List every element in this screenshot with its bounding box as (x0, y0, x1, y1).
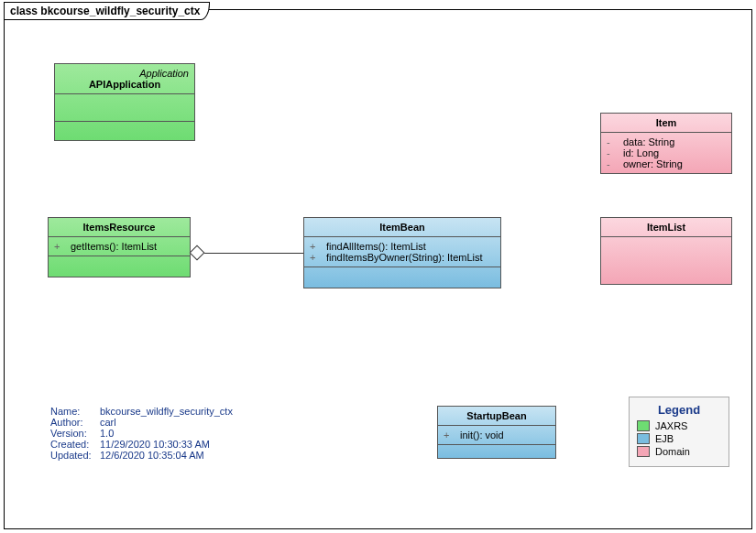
visibility: + (310, 252, 319, 263)
diagram-frame: Application APIApplication ItemsResource… (4, 9, 752, 529)
class-name: ItemList (601, 218, 731, 237)
meta-val: 12/6/2020 10:35:04 AM (100, 450, 204, 461)
legend: Legend JAXRS EJB Domain (629, 397, 729, 467)
visibility: + (54, 241, 63, 252)
class-item-list: ItemList (600, 217, 732, 285)
class-header: Application APIApplication (55, 64, 194, 94)
meta-key: Name: (50, 406, 100, 417)
empty-compartment (304, 267, 500, 288)
class-items-resource: ItemsResource + getItems(): ItemList (48, 217, 191, 277)
operation: + getItems(): ItemList (54, 241, 184, 252)
legend-label: Domain (655, 446, 690, 457)
aggregation-diamond-icon (190, 245, 205, 261)
meta-val: 11/29/2020 10:30:33 AM (100, 439, 210, 450)
meta-val: 1.0 (100, 428, 114, 439)
attribute: - owner: String (607, 158, 726, 169)
meta-val: carl (100, 417, 116, 428)
empty-compartment (438, 445, 555, 458)
signature: findItemsByOwner(String): ItemList (326, 252, 495, 263)
aggregation-line (201, 253, 303, 254)
empty-compartment (49, 256, 190, 277)
class-startup-bean: StartupBean + init(): void (437, 406, 556, 459)
ops-compartment: + findAllItems(): ItemList + findItemsBy… (304, 237, 500, 267)
attrs-compartment: - data: String - id: Long - owner: Strin… (601, 133, 731, 173)
meta-key: Created: (50, 439, 100, 450)
operation: + findAllItems(): ItemList (310, 241, 495, 252)
visibility: - (607, 147, 616, 158)
meta-key: Updated: (50, 450, 100, 461)
legend-item: EJB (637, 433, 721, 444)
legend-item: JAXRS (637, 420, 721, 431)
meta-key: Version: (50, 428, 100, 439)
signature: getItems(): ItemList (71, 241, 184, 252)
legend-title: Legend (637, 403, 721, 417)
attrs-compartment (55, 94, 194, 122)
class-name: ItemBean (304, 218, 500, 237)
class-item: Item - data: String - id: Long - owner: … (600, 113, 732, 174)
signature: owner: String (623, 158, 726, 169)
attribute: - data: String (607, 136, 726, 147)
ops-compartment: + getItems(): ItemList (49, 237, 190, 256)
signature: id: Long (623, 147, 726, 158)
signature: findAllItems(): ItemList (326, 241, 495, 252)
visibility: - (607, 136, 616, 147)
operation: + init(): void (444, 430, 550, 441)
visibility: + (444, 430, 453, 441)
ops-compartment (55, 122, 194, 140)
signature: init(): void (460, 430, 550, 441)
class-name: APIApplication (60, 79, 189, 90)
swatch-ejb-icon (637, 433, 650, 444)
signature: data: String (623, 136, 726, 147)
class-api-application: Application APIApplication (54, 63, 195, 141)
attribute: - id: Long (607, 147, 726, 158)
class-name: Item (601, 114, 731, 133)
class-item-bean: ItemBean + findAllItems(): ItemList + fi… (303, 217, 501, 288)
class-name: StartupBean (438, 407, 555, 426)
legend-label: EJB (655, 433, 674, 444)
class-name: ItemsResource (49, 218, 190, 237)
meta-key: Author: (50, 417, 100, 428)
meta-val: bkcourse_wildfly_security_ctx (100, 406, 233, 417)
visibility: - (607, 158, 616, 169)
swatch-jaxrs-icon (637, 420, 650, 431)
swatch-domain-icon (637, 446, 650, 457)
diagram-metadata: Name:bkcourse_wildfly_security_ctx Autho… (50, 406, 233, 461)
operation: + findItemsByOwner(String): ItemList (310, 252, 495, 263)
legend-item: Domain (637, 446, 721, 457)
frame-title: class bkcourse_wildfly_security_ctx (4, 2, 210, 20)
ops-compartment: + init(): void (438, 426, 555, 445)
visibility: + (310, 241, 319, 252)
legend-label: JAXRS (655, 420, 687, 431)
stereotype: Application (60, 68, 189, 79)
empty-compartment (601, 237, 731, 277)
